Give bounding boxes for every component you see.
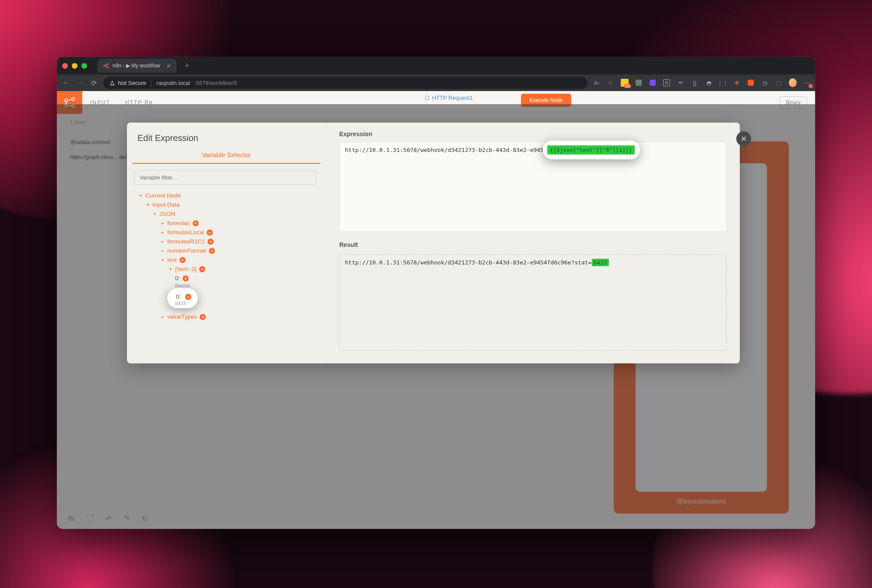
url-path: :5678/workflow/5	[194, 80, 237, 86]
url-host: rasputin.local	[156, 80, 190, 86]
variable-tree: Current Node Input Data JSON formulas+ f…	[132, 191, 320, 321]
collections-icon[interactable]: 10	[621, 79, 629, 87]
address-bar: ← → ⟳ Not Secure | rasputin.local:5678/w…	[57, 74, 815, 91]
favorite-icon[interactable]: ☆	[607, 79, 615, 87]
tree-value-types[interactable]: valueTypes+	[132, 312, 320, 321]
svg-point-1	[107, 63, 109, 65]
add-icon[interactable]: +	[207, 229, 213, 236]
add-icon[interactable]: +	[185, 294, 191, 300]
expression-label: Expression	[339, 130, 727, 137]
tree-current-node[interactable]: Current Node	[132, 191, 320, 200]
not-secure-badge: Not Secure	[109, 80, 146, 86]
browser-tab[interactable]: n8n - ▶ My workflow ✕	[98, 59, 176, 73]
forward-button[interactable]: →	[75, 79, 84, 87]
ext-icon-cube[interactable]: ⬚	[775, 79, 783, 87]
tree-formulas[interactable]: formulas+	[132, 218, 320, 228]
add-icon[interactable]: +	[199, 266, 205, 272]
result-value-chip: 6433	[592, 259, 609, 266]
read-aloud-icon[interactable]: A»	[593, 79, 601, 87]
add-icon[interactable]: +	[209, 248, 215, 254]
tab-title: n8n - ▶ My workflow	[113, 63, 160, 69]
toolbar-icons: A» ☆ 10 R ✎ {} ◓ ⋮⋮ ❄ ◷ ⬚ ⋯1	[593, 79, 811, 87]
svg-point-0	[104, 65, 105, 67]
svg-point-5	[72, 98, 74, 100]
variable-selector-panel: Edit Expression Variable Selector Curren…	[127, 123, 326, 363]
tree-leaf-1[interactable]: 0: + 6433	[132, 292, 320, 308]
svg-point-3	[65, 99, 67, 102]
edit-expression-modal: ✕ Edit Expression Variable Selector Curr…	[127, 123, 740, 363]
add-icon[interactable]: +	[183, 275, 189, 282]
window-close[interactable]	[62, 63, 68, 69]
modal-close-button[interactable]: ✕	[736, 131, 751, 146]
svg-point-2	[107, 67, 109, 68]
ext-icon-braces[interactable]: {}	[691, 79, 699, 87]
ext-icon-shield[interactable]: ◓	[705, 79, 713, 87]
ext-icon-1[interactable]	[635, 79, 643, 87]
result-prefix: http://10.0.1.31:5678/webhook/d3421273-b…	[345, 259, 592, 266]
ext-icon-pen[interactable]: ✎	[675, 77, 686, 88]
add-icon[interactable]: +	[200, 314, 206, 320]
ext-icon-orange[interactable]	[747, 79, 755, 87]
expression-prefix: http://10.0.1.31:5678/webhook/d3421273-b…	[345, 147, 546, 153]
browser-window: n8n - ▶ My workflow ✕ + ← → ⟳ Not Secure…	[57, 57, 815, 529]
tree-text[interactable]: text+	[132, 255, 320, 264]
variable-filter-input[interactable]	[134, 170, 316, 185]
tree-formulas-r1c1[interactable]: formulasR1C1+	[132, 237, 320, 246]
ext-icon-redish[interactable]: ❄	[733, 79, 741, 87]
ext-icon-2[interactable]	[649, 79, 657, 87]
n8n-icon	[103, 63, 109, 69]
tab-bar: n8n - ▶ My workflow ✕ +	[57, 57, 815, 74]
url-field[interactable]: Not Secure | rasputin.local:5678/workflo…	[103, 77, 587, 89]
add-icon[interactable]: +	[193, 220, 199, 226]
ext-icon-dots[interactable]: ⋮⋮	[719, 79, 727, 87]
modal-overlay[interactable]: ✕ Edit Expression Variable Selector Curr…	[57, 104, 815, 529]
window-minimize[interactable]	[72, 63, 77, 69]
variable-selector-tab[interactable]: Variable Selector	[132, 151, 320, 164]
window-zoom[interactable]	[81, 63, 87, 69]
tree-json[interactable]: JSON	[132, 209, 320, 218]
expression-input[interactable]: http://10.0.1.31:5678/webhook/d3421273-b…	[339, 142, 727, 232]
node-title: ⬡ HTTP Request1	[425, 95, 473, 101]
new-tab-button[interactable]: +	[181, 61, 193, 70]
tree-formulas-local[interactable]: formulasLocal+	[132, 228, 320, 237]
add-icon[interactable]: +	[179, 257, 186, 263]
modal-title: Edit Expression	[137, 133, 320, 143]
add-icon[interactable]: +	[207, 239, 214, 245]
menu-button[interactable]: ⋯1	[803, 79, 811, 87]
tree-item-0[interactable]: [Item: 0]+	[132, 264, 320, 274]
result-label: Result	[339, 241, 727, 248]
page-content: INPUT HTTP Re Binary ⬡ HTTP Request1 Exe…	[57, 91, 815, 529]
tab-close-icon[interactable]: ✕	[166, 63, 171, 69]
expression-panel: Expression http://10.0.1.31:5678/webhook…	[326, 123, 740, 363]
ext-icon-sync[interactable]: ◷	[761, 79, 769, 87]
expression-variable-chip[interactable]: {{$json["text"]["0"][1]}}	[547, 145, 635, 155]
profile-avatar[interactable]	[789, 79, 797, 87]
window-controls	[62, 63, 87, 69]
tree-input-data[interactable]: Input Data	[132, 200, 320, 209]
back-button[interactable]: ←	[61, 79, 70, 87]
ext-icon-r[interactable]: R	[663, 79, 671, 87]
reload-button[interactable]: ⟳	[89, 79, 98, 87]
tree-leaf-0-val: Bwona	[132, 282, 320, 289]
tree-number-format[interactable]: numberFormat+	[132, 246, 320, 255]
result-output: http://10.0.1.31:5678/webhook/d3421273-b…	[339, 254, 727, 351]
url-separator: |	[151, 80, 152, 86]
